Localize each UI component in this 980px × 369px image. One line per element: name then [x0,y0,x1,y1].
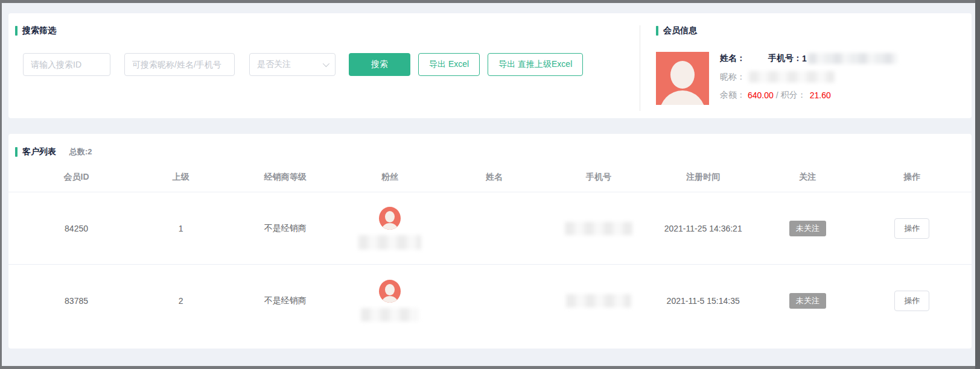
col-header-follow: 关注 [756,172,860,183]
member-avatar [656,52,709,105]
member-points-label: 积分： [781,90,806,101]
cell-register-time: 2021-11-25 14:36:21 [651,224,756,233]
export-excel-button[interactable]: 导出 Excel [418,53,480,76]
censored-member-nickname [749,71,835,83]
cell-upline: 2 [129,296,233,306]
window-frame: 搜索筛选 是否关注 搜索 导出 Excel 导出 直推上级Excel 会员信息 [0,0,980,369]
censored-phone [566,294,631,308]
search-controls: 是否关注 搜索 导出 Excel 导出 直推上级Excel [23,53,591,76]
col-header-phone: 手机号 [547,172,651,183]
export-upline-excel-button[interactable]: 导出 直推上级Excel [488,53,583,76]
follow-status-select-value: 是否关注 [257,59,291,70]
col-header-name: 姓名 [442,172,546,183]
member-phone-prefix: 1 [802,54,807,63]
search-member-card: 搜索筛选 是否关注 搜索 导出 Excel 导出 直推上级Excel 会员信息 [8,13,972,118]
cell-member-id: 83785 [24,296,129,306]
censored-member-phone [808,53,897,64]
follow-status-badge[interactable]: 未关注 [789,221,826,236]
col-header-upline: 上级 [129,172,233,183]
table-header-row: 会员ID 上级 经销商等级 粉丝 姓名 手机号 注册时间 关注 操作 [8,163,972,192]
search-id-input[interactable] [23,53,110,76]
cell-action: 操作 [860,291,964,311]
search-filter-section: 搜索筛选 [15,25,622,36]
member-phone-label: 手机号： [768,53,802,64]
cell-action: 操作 [860,218,964,239]
member-info-title-text: 会员信息 [663,25,697,36]
col-header-action: 操作 [860,172,964,183]
member-nickname-label: 昵称： [720,72,745,83]
member-name-label: 姓名： [720,53,745,64]
customer-table: 会员ID 上级 经销商等级 粉丝 姓名 手机号 注册时间 关注 操作 84250… [8,163,972,336]
cell-follow: 未关注 [756,293,860,309]
member-balance-line: 余额： 640.00 / 积分： 21.60 [720,90,897,101]
search-button[interactable]: 搜索 [349,53,410,76]
row-action-button[interactable]: 操作 [894,218,929,239]
table-row: 83785 2 不是经销商 2021-11-5 15:14:35 未关注 [8,264,972,336]
title-accent-bar [656,26,658,36]
customer-list-title: 客户列表 总数:2 [15,147,92,157]
customer-list-card: 客户列表 总数:2 会员ID 上级 经销商等级 粉丝 姓名 手机号 注册时间 关… [8,134,972,348]
search-filter-title-text: 搜索筛选 [22,25,56,36]
col-header-dealer-level: 经销商等级 [233,172,337,183]
title-accent-bar [15,147,18,157]
customer-list-total: 总数:2 [69,147,92,157]
member-balance-label: 余额： [720,90,745,101]
censored-fan-nickname [358,235,421,250]
cell-upline: 1 [129,224,233,233]
search-keyword-input[interactable] [124,53,235,76]
cell-fans [337,280,442,321]
cell-member-id: 84250 [24,224,129,233]
col-header-member-id: 会员ID [24,172,129,183]
search-filter-title: 搜索筛选 [15,25,622,36]
cell-phone [547,294,651,308]
col-header-register-time: 注册时间 [651,172,756,183]
member-nickname-line: 昵称： [720,71,897,83]
member-info-title: 会员信息 [656,25,972,36]
balance-points-separator: / [776,90,778,100]
fan-avatar [379,280,401,303]
cell-register-time: 2021-11-5 15:14:35 [651,296,756,306]
page-background: 搜索筛选 是否关注 搜索 导出 Excel 导出 直推上级Excel 会员信息 [2,3,975,366]
censored-phone [565,222,632,235]
cell-dealer-level: 不是经销商 [233,295,337,306]
censored-fan-nickname [361,308,419,321]
customer-list-title-text: 客户列表 [22,147,56,157]
fan-avatar [379,207,401,230]
table-row: 84250 1 不是经销商 2021-11-25 14:36:21 未关注 [8,192,972,264]
member-balance-value: 640.00 [748,90,774,100]
follow-status-select[interactable]: 是否关注 [249,53,336,76]
follow-status-badge[interactable]: 未关注 [789,293,826,309]
title-accent-bar [15,26,18,36]
cell-dealer-level: 不是经销商 [233,223,337,234]
chevron-down-icon [323,60,329,67]
member-info-section: 会员信息 姓名： 手机号： 1 昵称： [640,25,972,111]
member-points-value: 21.60 [810,90,831,100]
col-header-fans: 粉丝 [337,172,442,183]
cell-follow: 未关注 [756,221,860,236]
member-name-phone-line: 姓名： 手机号： 1 [720,53,897,64]
cell-fans [337,207,442,250]
row-action-button[interactable]: 操作 [894,291,929,311]
window-right-edge [975,0,980,369]
cell-phone [547,222,651,235]
